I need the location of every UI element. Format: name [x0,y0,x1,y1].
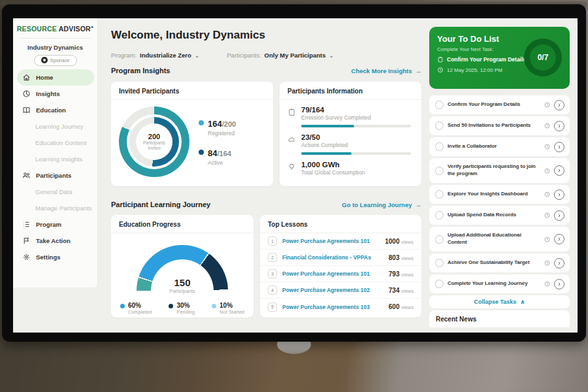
gear-icon [22,253,31,261]
task-confirm-program-details[interactable]: Confirm Your Program Details [429,95,570,114]
sidebar-item-manage-participants[interactable]: Manage Participants [13,200,98,216]
sidebar-item-learning-insights[interactable]: Learning Insights [13,151,98,167]
task-checkbox[interactable] [435,142,444,151]
go-to-learning-journey-link[interactable]: Go to Learning Journey → [342,201,421,208]
task-verify-participants[interactable]: Verify participants requesting to join t… [429,158,570,183]
sidebar-item-insights[interactable]: Insights [13,86,98,102]
task-checkbox[interactable] [435,259,444,267]
recent-news-card: Recent News [429,310,570,328]
org-name: Industry Dynamics [13,44,97,51]
completed-dot-icon [120,304,125,308]
arrow-right-icon: → [416,201,422,208]
arrow-right-icon: → [416,67,422,74]
top-lessons-title: Top Lessons [260,215,421,233]
clock-icon [544,191,550,197]
task-chevron-button[interactable] [554,142,564,152]
task-checkbox[interactable] [435,235,444,244]
chevron-right-icon [557,123,562,129]
lesson-rank: 4 [268,286,277,295]
gauge-center-label: Participants [133,288,231,294]
task-chevron-button[interactable] [554,165,564,176]
task-chevron-button[interactable] [554,121,564,131]
task-achieve-sustainability-target[interactable]: Achieve One Sustainability Target [429,253,570,272]
people-icon [22,171,31,180]
sidebar-item-label: Participants [36,172,71,179]
task-chevron-button[interactable] [554,279,564,289]
check-more-insights-link[interactable]: Check More Insights → [351,67,421,74]
legend-completed: 60%Completed [120,302,152,315]
actions-progress-bar [301,152,411,155]
learning-journey-title: Participant Learning Journey [111,201,210,208]
chevron-down-icon: ⌄ [329,54,335,57]
participants-info-title: Participants Information [280,82,421,100]
page-title: Welcome, Industry Dynamics [111,29,265,42]
sidebar-item-program[interactable]: Program [13,216,98,233]
collapse-tasks-link[interactable]: Collapse Tasks ∧ [429,295,570,308]
lesson-row: 1 Power Purchase Agreements 101 1000 vie… [260,233,421,250]
task-checkbox[interactable] [435,167,444,175]
sidebar-item-settings[interactable]: Settings [13,249,98,265]
sidebar-item-learning-journey[interactable]: Learning Journey [13,118,98,135]
learning-journey-header: Participant Learning Journey Go to Learn… [111,201,421,208]
metric-actions: 23/50 Actions Completed [280,127,421,155]
lesson-link[interactable]: Power Purchase Agreements 101 [282,238,380,244]
sidebar-item-education-content[interactable]: Education Content [13,135,98,151]
pending-dot-icon [169,304,173,308]
sidebar-item-label: Education [36,106,66,114]
logo-advisor: ADVISOR+ [59,25,94,33]
recent-news-title: Recent News [436,316,476,323]
task-chevron-button[interactable] [554,258,564,269]
program-filter-label: Program: [111,52,137,59]
participants-filter-value: Only My Participants [265,52,326,59]
task-checkbox[interactable] [435,101,444,109]
todo-progress-ring: 0/7 [524,39,562,76]
lesson-link[interactable]: Power Purchase Agreements 103 [282,304,384,310]
lesson-rank: 5 [268,302,277,312]
todo-progress-value: 0/7 [538,53,549,62]
emission-progress-bar [301,125,411,127]
invited-participants-title: Invited Participants [111,82,273,100]
lesson-link[interactable]: Power Purchase Agreements 101 [282,270,384,277]
task-explore-insights[interactable]: Explore Your Insights Dashboard [429,185,570,204]
todo-next-task: Confirm Your Program Details [447,56,526,63]
task-checkbox[interactable] [435,280,444,288]
program-filter-value: Industrialize Zero [140,52,191,59]
todo-hero-card: Your To Do List Complete Your Next Task:… [429,27,570,89]
monitor-bezel: RESOURCE ADVISOR+ Industry Dynamics Spon… [2,4,586,342]
lesson-link[interactable]: Power Purchase Agreements 102 [282,287,384,293]
donut-center-label: Participants Invited [140,140,169,152]
sidebar-item-label: Take Action [36,237,71,244]
book-icon [22,106,31,114]
task-invite-collaborator[interactable]: Invite a Collaborator [429,137,570,156]
task-checkbox[interactable] [435,190,444,199]
sidebar-item-label: Settings [36,253,60,261]
sponsor-badge[interactable]: Sponsor [34,55,77,66]
task-checkbox[interactable] [435,122,444,130]
sidebar-item-participants[interactable]: Participants [13,167,98,184]
sidebar-item-label: Insights [36,90,59,97]
task-chevron-button[interactable] [554,100,564,110]
sidebar-item-general-data[interactable]: General Data [13,184,98,200]
clock-icon [544,281,550,287]
participants-info-card: Participants Information 79/164 Emission… [280,82,421,186]
sidebar-item-home[interactable]: Home [17,69,94,86]
task-complete-learning-journey[interactable]: Complete Your Learning Journey [429,274,570,293]
clock-icon [544,237,550,242]
task-send-invitations[interactable]: Send 50 Invitations to Participants [429,116,570,135]
task-chevron-button[interactable] [554,210,564,221]
filters-row: Program: Industrialize Zero ⌄ Participan… [111,52,334,59]
task-chevron-button[interactable] [554,234,564,244]
task-checkbox[interactable] [435,211,444,220]
program-filter[interactable]: Program: Industrialize Zero ⌄ [111,52,199,59]
sidebar-item-take-action[interactable]: Take Action [13,233,98,249]
chevron-up-icon: ∧ [520,299,525,305]
sidebar-item-education[interactable]: Education [13,102,98,118]
program-insights-title: Program Insights [111,67,170,74]
lesson-link[interactable]: Financial Considerations - VPPAs [282,254,384,261]
task-upload-spend-data[interactable]: Upload Spend Data Records [429,206,570,225]
participants-filter[interactable]: Participants: Only My Participants ⌄ [227,52,334,59]
task-chevron-button[interactable] [554,189,564,200]
task-upload-educational-content[interactable]: Upload Additional Educational Content [429,227,570,252]
clipboard-icon [287,108,296,116]
home-icon [22,73,31,82]
